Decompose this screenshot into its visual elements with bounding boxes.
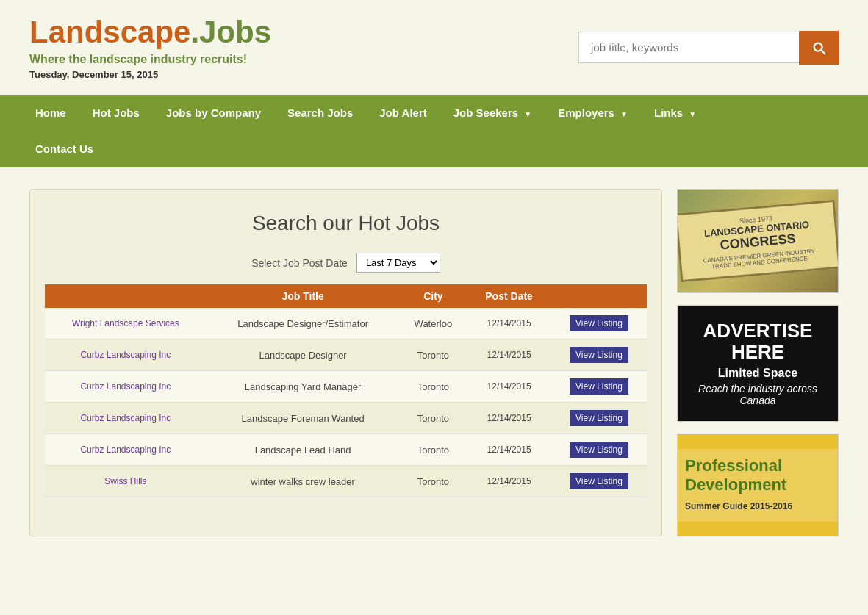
search-icon — [811, 40, 827, 56]
view-listing-button[interactable]: View Listing — [570, 442, 628, 458]
main-nav: Home Hot Jobs Jobs by Company Search Job… — [0, 95, 868, 167]
logo-jobs: Jobs — [199, 15, 271, 49]
city-cell: Toronto — [400, 339, 467, 371]
table-row: Wright Landscape Services Landscape Desi… — [45, 308, 647, 339]
view-listing-cell: View Listing — [551, 434, 647, 466]
logo-date: Tuesday, December 15, 2015 — [29, 69, 271, 80]
ad-congress-bg: Since 1973 LANDSCAPE ONTARIO CONGRESS CA… — [678, 190, 838, 292]
search-button[interactable] — [799, 31, 839, 65]
date-cell: 12/14/2015 — [467, 339, 551, 371]
ad-advertise-space: Limited Space — [689, 367, 826, 380]
filter-select[interactable]: Last 7 Days Last 14 Days Last 30 Days — [356, 253, 440, 273]
table-row: Swiss Hills winter walks crew leader Tor… — [45, 466, 647, 497]
ad-professional-subtitle: Summer Guide 2015-2016 — [685, 501, 792, 511]
view-listing-button[interactable]: View Listing — [570, 347, 628, 363]
company-cell: Curbz Landscaping Inc — [45, 339, 207, 371]
col-post-date: Post Date — [467, 284, 551, 308]
filter-row: Select Job Post Date Last 7 Days Last 14… — [45, 253, 647, 273]
view-listing-cell: View Listing — [551, 308, 647, 339]
search-box — [578, 31, 839, 65]
employers-arrow: ▼ — [620, 110, 628, 118]
table-row: Curbz Landscaping Inc Landscape Lead Han… — [45, 434, 647, 466]
table-row: Curbz Landscaping Inc Landscape Foreman … — [45, 403, 647, 434]
company-cell: Curbz Landscaping Inc — [45, 434, 207, 466]
city-cell: Toronto — [400, 403, 467, 434]
nav-jobs-by-company[interactable]: Jobs by Company — [153, 95, 274, 131]
header: Landscape.Jobs Where the landscape indus… — [0, 0, 868, 95]
city-cell: Waterloo — [400, 308, 467, 339]
nav-hot-jobs[interactable]: Hot Jobs — [79, 95, 153, 131]
date-cell: 12/14/2015 — [467, 434, 551, 466]
view-listing-button[interactable]: View Listing — [570, 410, 628, 426]
company-cell: Swiss Hills — [45, 466, 207, 497]
job-title-cell: Landscape Foreman Wanted — [207, 403, 400, 434]
view-listing-cell: View Listing — [551, 339, 647, 371]
ad-professional-title: Professional Development — [685, 456, 786, 494]
company-cell: Curbz Landscaping Inc — [45, 371, 207, 403]
view-listing-button[interactable]: View Listing — [570, 378, 628, 395]
ad-advertise-reach: Reach the industry across Canada — [689, 383, 826, 406]
jobs-table: Job Title City Post Date Wright Landscap… — [45, 284, 647, 497]
logo-title: Landscape.Jobs — [29, 15, 271, 50]
view-listing-cell: View Listing — [551, 403, 647, 434]
date-cell: 12/14/2015 — [467, 466, 551, 497]
ad-advertise-title: ADVERTISE HERE — [689, 320, 826, 362]
nav-job-seekers[interactable]: Job Seekers ▼ — [440, 95, 545, 131]
ad-professional-text: Professional Development Summer Guide 20… — [678, 449, 838, 522]
city-cell: Toronto — [400, 434, 467, 466]
content-box: Search our Hot Jobs Select Job Post Date… — [29, 189, 662, 536]
nav-links[interactable]: Links ▼ — [641, 95, 709, 131]
date-cell: 12/14/2015 — [467, 403, 551, 434]
table-header-row: Job Title City Post Date — [45, 284, 647, 308]
logo-jobs-dot: . — [190, 15, 199, 49]
logo-tagline: Where the landscape industry recruits! — [29, 53, 271, 66]
job-title-cell: Landscape Lead Hand — [207, 434, 400, 466]
search-input[interactable] — [578, 32, 799, 63]
col-action — [551, 284, 647, 308]
view-listing-cell: View Listing — [551, 371, 647, 403]
ad-professional[interactable]: Professional Development Summer Guide 20… — [677, 434, 839, 536]
nav-search-jobs[interactable]: Search Jobs — [274, 95, 366, 131]
logo-landscape: Landscape — [29, 15, 190, 49]
city-cell: Toronto — [400, 371, 467, 403]
nav-job-alert[interactable]: Job Alert — [366, 95, 440, 131]
main-container: Search our Hot Jobs Select Job Post Date… — [0, 167, 868, 558]
date-cell: 12/14/2015 — [467, 308, 551, 339]
links-arrow: ▼ — [689, 110, 696, 118]
view-listing-cell: View Listing — [551, 466, 647, 497]
col-city: City — [400, 284, 467, 308]
sidebar: Since 1973 LANDSCAPE ONTARIO CONGRESS CA… — [677, 189, 839, 536]
date-cell: 12/14/2015 — [467, 371, 551, 403]
table-row: Curbz Landscaping Inc Landscape Designer… — [45, 339, 647, 371]
view-listing-button[interactable]: View Listing — [570, 315, 628, 331]
job-title-cell: Landscape Designer — [207, 339, 400, 371]
job-seekers-arrow: ▼ — [524, 110, 531, 118]
col-company — [45, 284, 207, 308]
table-row: Curbz Landscaping Inc Landscaping Yard M… — [45, 371, 647, 403]
section-title: Search our Hot Jobs — [45, 212, 647, 235]
city-cell: Toronto — [400, 466, 467, 497]
logo-area: Landscape.Jobs Where the landscape indus… — [29, 15, 271, 80]
company-cell: Curbz Landscaping Inc — [45, 403, 207, 434]
job-title-cell: winter walks crew leader — [207, 466, 400, 497]
company-cell: Wright Landscape Services — [45, 308, 207, 339]
ad-congress-inner: Since 1973 LANDSCAPE ONTARIO CONGRESS CA… — [678, 200, 838, 283]
nav-employers[interactable]: Employers ▼ — [545, 95, 641, 131]
col-job-title: Job Title — [207, 284, 400, 308]
jobs-table-wrapper: Job Title City Post Date Wright Landscap… — [45, 284, 647, 497]
ad-congress[interactable]: Since 1973 LANDSCAPE ONTARIO CONGRESS CA… — [677, 189, 839, 293]
nav-home[interactable]: Home — [22, 95, 79, 131]
job-title-cell: Landscaping Yard Manager — [207, 371, 400, 403]
ad-advertise[interactable]: ADVERTISE HERE Limited Space Reach the i… — [677, 305, 839, 422]
nav-contact-us[interactable]: Contact Us — [22, 131, 107, 167]
job-title-cell: Landscape Designer/Estimator — [207, 308, 400, 339]
view-listing-button[interactable]: View Listing — [570, 473, 628, 489]
filter-label: Select Job Post Date — [251, 257, 348, 269]
